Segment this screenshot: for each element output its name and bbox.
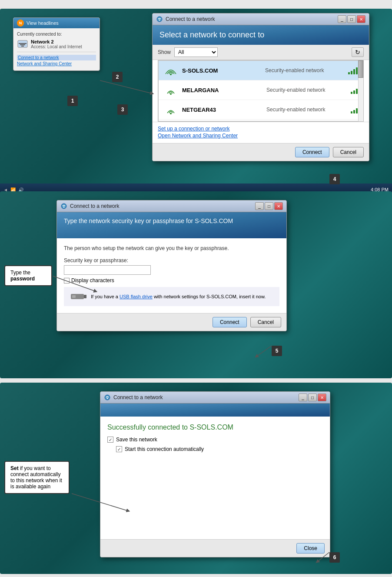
save-network-label: Save this network [116, 437, 157, 443]
maximize-button-2[interactable]: □ [265, 202, 273, 210]
setup-connection-link[interactable]: Set up a connection or network [158, 126, 364, 132]
security-key-label: Security key or passphrase: [64, 257, 279, 263]
bar2 [351, 71, 352, 74]
network-name-ssols: S-SOLS.COM [182, 67, 261, 74]
bar3 [356, 89, 358, 94]
step-badge-2: 2 [112, 72, 123, 82]
auto-connect-row: ✓ Start this connection automatically [100, 444, 330, 454]
minimize-button-3[interactable]: _ [299, 394, 307, 401]
wifi-titlebar-icon-2 [60, 203, 67, 210]
scrollbar-thumb[interactable] [358, 60, 363, 78]
section1: N View headlines Currently connected to:… [0, 9, 392, 196]
save-network-checkbox[interactable]: ✓ [107, 437, 113, 443]
popup-header: N View headlines [13, 18, 100, 28]
svg-point-6 [170, 73, 172, 75]
bar2 [353, 90, 355, 94]
connect-to-network-link[interactable]: Connect to a network [17, 55, 96, 60]
wifi-titlebar-icon-3 [104, 394, 111, 401]
usb-drive-icon [71, 292, 86, 301]
display-chars-checkbox[interactable] [64, 278, 70, 283]
success-dialog-body: Successfully connected to S-SOLS.COM ✓ S… [100, 417, 330, 539]
dialog-titlebar: Connect to a network _ □ ✕ [153, 13, 369, 25]
step-badge-1: 1 [67, 96, 78, 106]
close-button-2[interactable]: ✕ [274, 202, 283, 210]
section3: Set if you want to connect automatically… [0, 383, 392, 574]
svg-rect-2 [20, 44, 25, 45]
section2: Type the password 5 Connect to a network… [0, 191, 392, 378]
titlebar-left: Connect to a network [60, 203, 119, 210]
network-sharing-center-link[interactable]: Network and Sharing Center [17, 61, 96, 66]
cancel-button[interactable]: Cancel [333, 147, 364, 157]
password-connect-button[interactable]: Connect [213, 317, 247, 327]
svg-point-11 [63, 207, 65, 208]
refresh-button[interactable]: ↻ [352, 47, 364, 57]
scrollbar-track [358, 60, 363, 121]
usb-row: If you have a USB flash drive with netwo… [64, 287, 279, 306]
svg-rect-1 [19, 43, 27, 44]
usb-text: If you have a USB flash drive with netwo… [91, 294, 266, 299]
network-item-melargana[interactable]: MELARGANA Security-enabled network [159, 80, 363, 100]
minimize-button[interactable]: _ [338, 15, 346, 23]
network-item-netgear[interactable]: NETGEAR43 Security-enabled network [159, 100, 363, 120]
popup-links: Connect to a network Network and Sharing… [17, 52, 96, 66]
password-dialog-header-title: Type the network security key or passphr… [64, 217, 279, 224]
success-dialog-titlebar: Connect to a network _ □ ✕ [100, 392, 330, 404]
usb-link[interactable]: USB flash drive [120, 294, 153, 299]
security-key-input[interactable] [64, 265, 151, 275]
wifi-titlebar-icon [156, 16, 163, 23]
popup-network-name: Network 2 [31, 39, 82, 44]
wifi-signal-icon-melargana [164, 84, 178, 96]
svg-point-8 [170, 113, 172, 114]
maximize-button[interactable]: □ [347, 15, 356, 23]
close-button-3[interactable]: ✕ [318, 394, 326, 401]
auto-connect-checkbox[interactable]: ✓ [116, 446, 122, 452]
bar1 [351, 92, 352, 94]
bar1 [351, 111, 352, 113]
step-badge-6: 6 [329, 552, 340, 563]
network-type-netgear: Security-enabled network [266, 107, 346, 113]
network-list: S-SOLS.COM Security-enabled network [158, 60, 363, 121]
security-key-section: Security key or passphrase: [64, 257, 279, 275]
bar2 [353, 110, 355, 113]
bar4 [356, 67, 358, 74]
password-dialog-title: Connect to a network [70, 203, 119, 209]
success-dialog-title: Connect to a network [113, 394, 163, 400]
success-dialog-header [100, 404, 330, 417]
network-icon [17, 40, 28, 49]
spacer [100, 454, 330, 532]
password-cancel-button[interactable]: Cancel [250, 317, 281, 327]
close-button[interactable]: ✕ [357, 15, 365, 23]
headline-icon: N [17, 20, 24, 27]
bar3 [356, 108, 358, 113]
network-name-melargana: MELARGANA [182, 87, 262, 93]
network-info: Network 2 Access: Local and Internet [31, 39, 82, 49]
network-type-ssols: Security-enabled network [265, 67, 344, 73]
connect-button[interactable]: Connect [295, 147, 329, 157]
show-select[interactable]: All [174, 47, 218, 57]
success-dialog: Connect to a network _ □ ✕ Successfully … [100, 391, 330, 557]
close-dialog-button[interactable]: Close [296, 543, 325, 554]
network-type-melargana: Security-enabled network [266, 87, 346, 93]
titlebar-controls-3: _ □ ✕ [299, 394, 326, 401]
svg-rect-13 [84, 295, 86, 298]
password-action-bar: Connect Cancel [57, 313, 286, 331]
step-badge-5: 5 [272, 346, 282, 356]
open-sharing-center-link[interactable]: Open Network and Sharing Center [158, 133, 364, 139]
network-connect-dialog: Connect to a network _ □ ✕ Select a netw… [152, 13, 369, 161]
wifi-signal-icon-netgear [164, 103, 178, 116]
callout-auto-connect-text: Set if you want to connect automatically… [10, 465, 62, 490]
signal-bars-melargana [351, 86, 358, 94]
footer-links: Set up a connection or network Open Netw… [153, 122, 369, 143]
minimize-button-2[interactable]: _ [255, 202, 264, 210]
popup-header-label: View headlines [27, 20, 59, 26]
password-dialog-titlebar: Connect to a network _ □ ✕ [57, 200, 286, 212]
network-item-ssols[interactable]: S-SOLS.COM Security-enabled network [159, 61, 363, 80]
svg-point-4 [157, 17, 162, 22]
signal-bars-ssols [348, 67, 358, 74]
popup-network-access: Access: Local and Internet [31, 44, 82, 49]
step-badge-3: 3 [117, 104, 128, 115]
svg-point-7 [170, 93, 172, 95]
maximize-button-3[interactable]: □ [308, 394, 317, 401]
password-dialog-body: The person who setup the network can giv… [57, 238, 286, 313]
password-subtitle: The person who setup the network can giv… [64, 245, 279, 251]
